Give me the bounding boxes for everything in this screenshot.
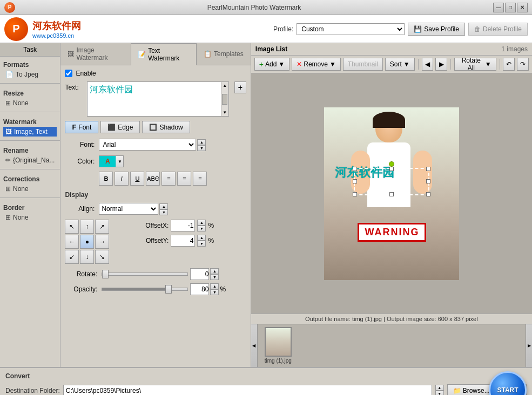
font-row: Font: Arial Times New Roman Verdana ▲ ▼: [65, 138, 246, 151]
tab-templates[interactable]: 📋 Templates: [197, 43, 251, 65]
destination-spin-up[interactable]: ▲: [435, 385, 444, 391]
opacity-value[interactable]: [190, 283, 209, 295]
align-select[interactable]: Normal Tile Random: [99, 203, 158, 215]
pos-tl[interactable]: ↖: [65, 220, 79, 234]
destination-input[interactable]: [63, 385, 432, 395]
pos-br[interactable]: ↘: [95, 250, 109, 264]
destination-spin-down[interactable]: ▼: [435, 391, 444, 395]
sidebar-item-formats[interactable]: 📄 To Jpeg: [3, 70, 57, 79]
sidebar-item-rename[interactable]: ✏ {Original_Na...: [3, 155, 57, 165]
opacity-label: Opacity:: [65, 285, 97, 293]
thumbnail-item[interactable]: timg (1).jpg: [262, 327, 294, 365]
rotate-slider[interactable]: [102, 273, 188, 276]
delete-profile-button[interactable]: 🗑 Delete Profile: [468, 23, 528, 36]
tab-text-watermark[interactable]: 📝 Text Watermark: [131, 43, 197, 65]
font-label: Font:: [65, 141, 95, 148]
scroll-up-btn[interactable]: ▲: [223, 83, 227, 88]
main-layout: Task Formats 📄 To Jpeg Resize ⊞ None Wat…: [0, 43, 532, 367]
divider-2: [0, 112, 60, 112]
font-spin-up[interactable]: ▲: [197, 139, 206, 145]
text-input[interactable]: 河东软件园: [87, 82, 228, 114]
text-label: Text:: [65, 84, 84, 91]
restore-button[interactable]: □: [505, 3, 516, 12]
rotate-down[interactable]: ▼: [210, 274, 219, 280]
pos-mr[interactable]: →: [95, 235, 109, 249]
enable-checkbox[interactable]: [65, 70, 72, 77]
tab-image-watermark[interactable]: 🖼 Image Watermark: [60, 43, 131, 65]
sidebar-item-resize[interactable]: ⊞ None: [3, 98, 57, 108]
align-left-button[interactable]: ≡: [161, 172, 176, 186]
pos-bm[interactable]: ↓: [80, 250, 94, 264]
italic-button[interactable]: I: [115, 172, 129, 186]
align-spin-down[interactable]: ▼: [159, 209, 168, 215]
sidebar-item-border[interactable]: ⊞ None: [3, 213, 57, 222]
toolbar-sep-1: [418, 59, 419, 70]
border-icon: ⊞: [5, 214, 11, 221]
close-button[interactable]: ✕: [517, 3, 528, 12]
offset-x-down[interactable]: ▼: [197, 226, 206, 231]
image-list-count: 1 images: [501, 45, 528, 53]
pos-bl[interactable]: ↙: [65, 250, 79, 264]
output-info: Output file name: timg (1).jpg | Output …: [251, 314, 532, 324]
pos-tr[interactable]: ↗: [95, 220, 109, 234]
offset-x-input[interactable]: [171, 220, 195, 231]
rotate-left-button[interactable]: ↶: [503, 58, 515, 71]
rotate-right-button[interactable]: ↷: [517, 58, 529, 71]
convert-section: Convert Destination Folder: ▲ ▼ 📁 Browse…: [0, 367, 532, 395]
rotate-label: Rotate:: [65, 270, 97, 278]
opacity-down[interactable]: ▼: [210, 289, 219, 295]
offset-y-input[interactable]: [171, 235, 195, 247]
shadow-button[interactable]: 🔲 Shadow: [142, 121, 190, 133]
thumbnail-button[interactable]: Thumbnail: [343, 58, 383, 71]
rotate-all-button[interactable]: Rotate All ▼: [454, 58, 496, 71]
offset-x-row: OffsetX: ▲ ▼ %: [136, 220, 214, 231]
align-right-button[interactable]: ≡: [193, 172, 207, 186]
resize-icon: ⊞: [5, 99, 11, 107]
remove-button[interactable]: ✕ Remove ▼: [292, 58, 341, 71]
font-button[interactable]: F Font: [65, 121, 98, 133]
rotate-row: Rotate: ▲ ▼: [65, 268, 246, 280]
font-select[interactable]: Arial Times New Roman Verdana: [99, 139, 196, 151]
thumbnails-scroll-right[interactable]: ▶: [526, 324, 532, 367]
next-button[interactable]: ▶: [435, 58, 447, 71]
rotate-up[interactable]: ▲: [210, 268, 219, 274]
rotate-spin: ▲ ▼: [210, 268, 219, 280]
add-text-button[interactable]: +: [234, 81, 246, 93]
align-spin-up[interactable]: ▲: [159, 203, 168, 209]
sort-button[interactable]: Sort ▼: [385, 58, 415, 71]
color-row: Color: A ▼: [65, 155, 246, 167]
align-center-button[interactable]: ≡: [177, 172, 191, 186]
sidebar-item-watermark[interactable]: 🖼 Image, Text: [3, 127, 57, 137]
opacity-slider[interactable]: [102, 288, 188, 291]
thumbnails-scroll-left[interactable]: ◀: [251, 324, 258, 367]
color-picker[interactable]: A ▼: [99, 155, 124, 167]
opacity-up[interactable]: ▲: [210, 283, 219, 289]
add-dropdown-icon: ▼: [278, 60, 285, 68]
pos-tm[interactable]: ↑: [80, 220, 94, 234]
rotate-value[interactable]: [190, 268, 209, 280]
underline-button[interactable]: U: [130, 172, 144, 186]
offset-y-down[interactable]: ▼: [197, 241, 206, 247]
scroll-down-btn[interactable]: ▼: [223, 110, 227, 115]
position-section: ↖ ↑ ↗ ← ● → ↙ ↓ ↘ OffsetX: ▲: [65, 220, 246, 264]
offset-y-up[interactable]: ▲: [197, 235, 206, 241]
sort-dropdown-icon: ▼: [403, 60, 410, 68]
minimize-button[interactable]: —: [493, 3, 504, 12]
strikethrough-button[interactable]: ABC: [146, 172, 160, 186]
font-spin-down[interactable]: ▼: [197, 145, 206, 151]
border-title: Border: [3, 204, 57, 212]
add-button[interactable]: + Add ▼: [254, 58, 289, 71]
edge-button[interactable]: ⬛ Edge: [100, 121, 140, 133]
color-dropdown-btn[interactable]: ▼: [116, 156, 123, 167]
pos-ml[interactable]: ←: [65, 235, 79, 249]
pos-center[interactable]: ●: [80, 235, 94, 249]
textarea-scrollbar: ▲ ▼: [221, 82, 228, 116]
profile-select[interactable]: Custom: [297, 23, 405, 35]
prev-button[interactable]: ◀: [422, 58, 434, 71]
bold-button[interactable]: B: [99, 172, 113, 186]
offset-x-label: OffsetX:: [136, 222, 169, 229]
sidebar-item-corrections[interactable]: ⊞ None: [3, 184, 57, 194]
font-spin: ▲ ▼: [197, 138, 206, 151]
save-profile-button[interactable]: 💾 Save Profile: [408, 23, 465, 36]
offset-x-up[interactable]: ▲: [197, 220, 206, 226]
